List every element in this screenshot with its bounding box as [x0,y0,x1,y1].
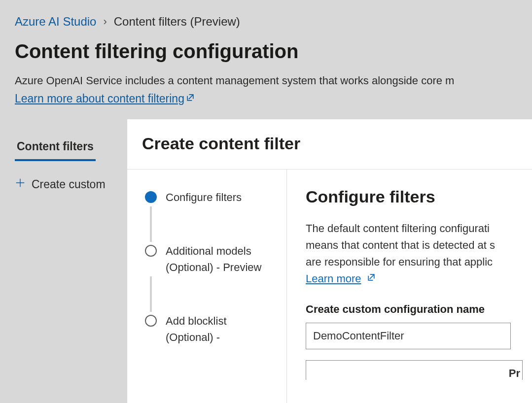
partial-box: Pr [306,360,523,380]
step-label: Additional models (Optional) - Preview [166,243,272,275]
desc-line: The default content filtering configurat… [306,220,523,237]
modal-title: Create content filter [127,119,532,169]
step-heading: Configure filters [306,187,523,206]
config-name-label: Create custom configuration name [306,303,523,316]
step-connector [150,206,152,242]
step-description: The default content filtering configurat… [306,220,523,270]
learn-more-link[interactable]: Learn more [306,272,376,285]
step-add-blocklist[interactable]: Add blocklist (Optional) - [145,313,272,345]
step-indicator-empty-icon [145,315,157,327]
step-navigation: Configure filters Additional models (Opt… [127,169,287,403]
step-content-panel: Configure filters The default content fi… [287,169,523,403]
step-additional-models[interactable]: Additional models (Optional) - Preview [145,243,272,275]
learn-more-label: Learn more [306,272,361,285]
partial-text: Pr [509,367,520,380]
external-link-icon [366,272,376,285]
step-label: Configure filters [166,189,242,205]
desc-line: means that content that is detected at s [306,237,523,254]
step-configure-filters[interactable]: Configure filters [145,189,272,205]
create-content-filter-modal: Create content filter Configure filters … [127,119,532,403]
step-indicator-empty-icon [145,245,157,257]
desc-line: are responsible for ensuring that applic [306,254,523,270]
config-name-input[interactable] [306,323,511,349]
step-label: Add blocklist (Optional) - [166,313,272,345]
step-connector [150,276,152,312]
step-indicator-active-icon [145,191,157,203]
